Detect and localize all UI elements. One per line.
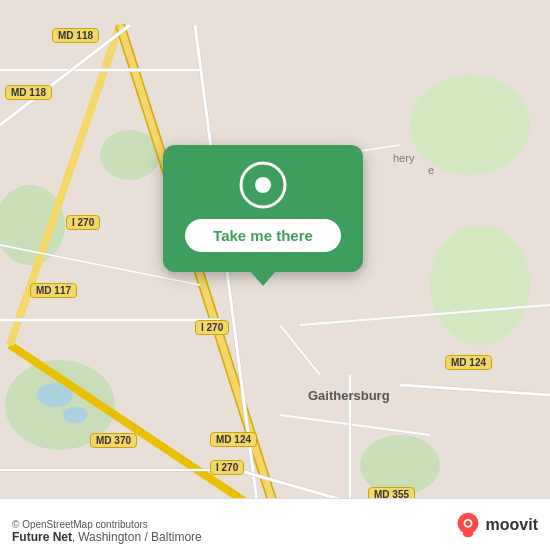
map-attribution: © OpenStreetMap contributors [12,519,148,530]
location-name: Future Net [12,530,72,544]
road-label-md370: MD 370 [90,433,137,448]
city-label-gaithersburg: Gaithersburg [308,388,390,403]
bottom-bar: © OpenStreetMap contributors Future Net,… [0,498,550,550]
region-name: Washington / Baltimore [78,530,202,544]
moovit-logo-icon [454,511,482,539]
road-label-i270-1: I 270 [66,215,100,230]
area-label-hery: hery [393,152,414,164]
bottom-bar-left: © OpenStreetMap contributors [12,519,148,530]
moovit-logo: moovit [454,511,538,539]
svg-point-6 [360,435,440,495]
svg-point-45 [462,530,473,537]
take-me-there-button[interactable]: Take me there [185,219,341,252]
svg-point-3 [410,75,530,175]
moovit-text: moovit [486,516,538,534]
road-label-md124-1: MD 124 [445,355,492,370]
popup: Take me there [163,145,363,272]
separator: , [72,531,75,543]
map-container: MD 118 MD 118 MD 355 I 270 I 270 I 270 M… [0,0,550,550]
area-label-e: e [428,164,434,176]
svg-point-4 [430,225,530,345]
svg-point-47 [465,520,470,525]
road-label-md124-2: MD 124 [210,432,257,447]
road-label-md117: MD 117 [30,283,77,298]
location-pin-icon [239,161,287,209]
svg-point-8 [63,407,87,423]
road-label-i270-3: I 270 [210,460,244,475]
road-label-i270-2: I 270 [195,320,229,335]
road-label-md118-1: MD 118 [52,28,99,43]
road-label-md118-2: MD 118 [5,85,52,100]
svg-point-43 [255,177,271,193]
